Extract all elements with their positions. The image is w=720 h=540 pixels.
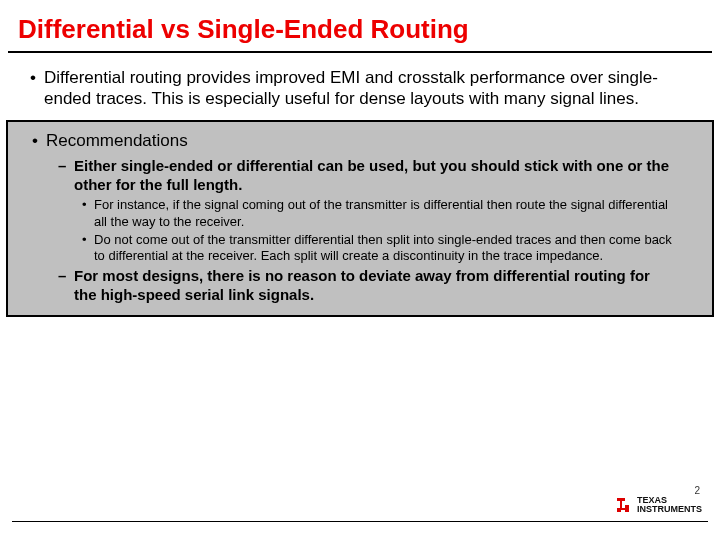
bullet-dot-icon: •: [82, 232, 94, 248]
dash-icon: –: [58, 157, 74, 176]
rec-sub2: For most designs, there is no reason to …: [74, 267, 676, 305]
bullet-dot-icon: •: [30, 67, 44, 88]
ti-mark-icon: [615, 496, 633, 514]
rec-heading-row: • Recommendations: [8, 128, 712, 155]
rec-sub1a: For instance, if the signal coming out o…: [94, 197, 676, 230]
slide: Differential vs Single-Ended Routing • D…: [0, 0, 720, 540]
title-underline: [8, 51, 712, 53]
rec-heading: Recommendations: [46, 130, 188, 151]
rec-sub1: Either single-ended or differential can …: [74, 157, 676, 195]
ti-logo-text: TEXAS INSTRUMENTS: [637, 496, 702, 514]
ti-text-line2: INSTRUMENTS: [637, 505, 702, 514]
intro-bullet: • Differential routing provides improved…: [0, 67, 720, 120]
footer: TEXAS INSTRUMENTS: [0, 521, 720, 522]
intro-text: Differential routing provides improved E…: [44, 67, 690, 110]
rec-sub1a-row: • For instance, if the signal coming out…: [8, 196, 712, 231]
recommendations-box: • Recommendations – Either single-ended …: [6, 120, 714, 317]
page-number: 2: [694, 485, 700, 496]
footer-line: [12, 521, 708, 522]
rec-sub1b-row: • Do not come out of the transmitter dif…: [8, 231, 712, 266]
dash-icon: –: [58, 267, 74, 286]
rec-sub2-row: – For most designs, there is no reason t…: [8, 265, 712, 307]
bullet-dot-icon: •: [32, 130, 46, 151]
bullet-dot-icon: •: [82, 197, 94, 213]
ti-logo: TEXAS INSTRUMENTS: [615, 496, 702, 514]
rec-sub1-row: – Either single-ended or differential ca…: [8, 155, 712, 197]
slide-title: Differential vs Single-Ended Routing: [0, 0, 720, 51]
rec-sub1b: Do not come out of the transmitter diffe…: [94, 232, 676, 265]
